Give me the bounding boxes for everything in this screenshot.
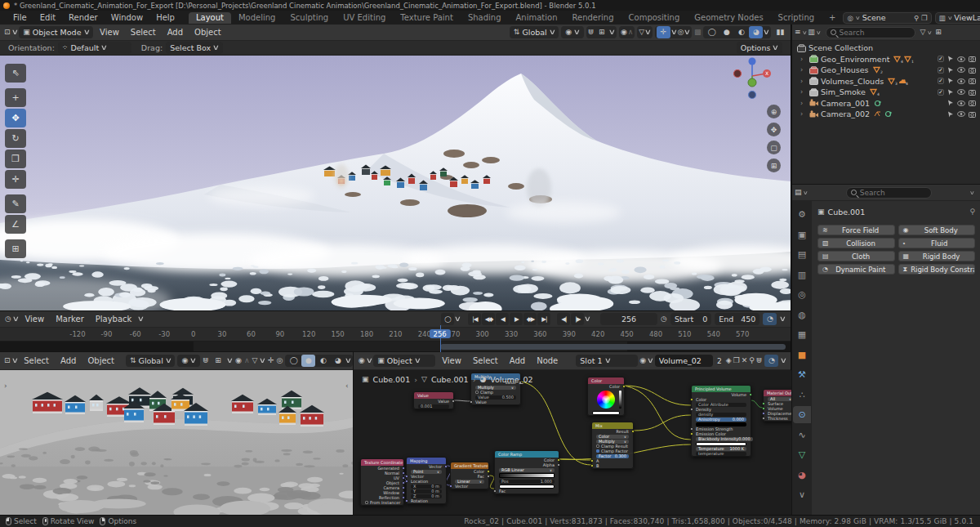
node-dropdown[interactable]: Linear∨ [455, 480, 484, 484]
shading-rendered-button[interactable]: ◕ [749, 26, 763, 38]
exclude-checkbox[interactable]: ✓ [938, 67, 944, 74]
color-swatch[interactable] [592, 411, 620, 415]
outliner-search[interactable] [826, 27, 915, 38]
prev-keyframe-button[interactable]: ◀◆ [482, 313, 495, 325]
material-users-count[interactable]: 2 [715, 357, 724, 365]
input-socket[interactable] [690, 408, 693, 411]
outliner-row-camera_002[interactable]: ›Camera_002 [792, 109, 980, 120]
node-material-output[interactable]: Material OutputAll∨SurfaceVolumeDisplace… [763, 389, 791, 422]
input-socket[interactable] [493, 489, 497, 493]
properties-tab-collection[interactable]: ▦ [793, 326, 811, 343]
output-socket[interactable] [402, 496, 405, 499]
node-texture-coordinate[interactable]: Texture CoordinateGeneratedNormalUVObjec… [360, 458, 404, 506]
input-socket[interactable] [690, 398, 693, 401]
output-socket[interactable] [402, 491, 405, 494]
snap-magnet-icon[interactable]: ⋓ [203, 357, 209, 364]
output-socket[interactable] [402, 476, 405, 480]
auto-keying-button[interactable]: ◯ [441, 313, 454, 325]
node-field[interactable]: temperature [696, 452, 746, 456]
selectable-icon[interactable] [947, 56, 954, 62]
input-socket[interactable] [762, 407, 765, 410]
node-principled-volume[interactable]: Principled VolumeVolumeColorColor Attrib… [691, 385, 751, 457]
shader-menu-node[interactable]: Node [532, 356, 563, 365]
axis-z-negative[interactable] [749, 92, 756, 99]
ramp-row[interactable] [495, 472, 559, 479]
shader-menu-select[interactable]: Select [468, 356, 503, 365]
properties-tab-modifiers[interactable]: ⚒ [793, 366, 811, 383]
node-header[interactable]: Mapping [407, 458, 446, 464]
input-socket[interactable] [690, 427, 693, 431]
proportional-edit-icon[interactable]: ◉ [235, 357, 242, 364]
disable-render-icon[interactable] [969, 56, 976, 62]
node-field[interactable]: 0.001 [418, 404, 449, 409]
tab-scripting[interactable]: Scripting [771, 12, 822, 24]
disable-render-icon[interactable] [969, 67, 976, 74]
node-field[interactable]: Pos1.000 [499, 480, 555, 484]
snap-magnet-icon[interactable]: ⋓ [756, 357, 763, 364]
node-field[interactable]: Color Attribute [696, 403, 746, 407]
properties-tab-world[interactable]: ◍ [793, 306, 811, 324]
hide-viewport-icon[interactable] [957, 56, 965, 62]
add-primitive-tool[interactable]: ⊞ [5, 239, 26, 258]
scene-selector[interactable]: ◎ ∨ Scene ⚲ ❐ [843, 12, 931, 24]
pro portional-edit-icon[interactable]: ◉ [621, 29, 627, 36]
hide-viewport-icon[interactable] [957, 100, 965, 106]
tab-compositing[interactable]: Compositing [621, 12, 688, 24]
measure-tool[interactable]: ∠ [5, 215, 26, 234]
node-header[interactable]: Color Ramp [495, 451, 559, 458]
properties-tab-more[interactable]: ∨ [793, 486, 811, 503]
node-dropdown[interactable]: Color∨ [596, 435, 629, 439]
tab-geometry-nodes[interactable]: Geometry Nodes [687, 12, 770, 24]
perspective-button[interactable]: ⊞ [767, 159, 781, 172]
outliner-editor-icon[interactable]: ≡ [795, 29, 801, 36]
outliner-row-scene-collection[interactable]: Scene Collection [792, 42, 980, 54]
fake-user-icon[interactable]: ◈ [726, 357, 732, 364]
falloff-icon[interactable]: ∧ [628, 29, 634, 36]
material-slot-selector[interactable]: Slot 1∨ [576, 355, 638, 367]
timeline-menu-marker[interactable]: Marker [51, 315, 89, 324]
pin-icon[interactable]: ⚲ [914, 14, 919, 22]
viewport-editor-icon[interactable]: ⊡ [4, 29, 11, 36]
node-dropdown[interactable]: Multiply∨ [596, 440, 629, 444]
disable-render-icon[interactable] [969, 111, 976, 118]
unlink-material-icon[interactable]: ✕ [742, 357, 748, 364]
node-slider[interactable]: Blackbody Intensity0.000 [696, 437, 753, 441]
rotate-tool[interactable]: ↻ [5, 129, 26, 148]
viewport-menu-add[interactable]: Add [163, 28, 188, 37]
hide-viewport-icon[interactable] [957, 67, 965, 73]
shading-solid-button[interactable]: ● [719, 26, 733, 38]
axis-z-positive[interactable] [749, 58, 756, 65]
node-dropdown[interactable]: All∨ [768, 397, 791, 401]
selectable-icon[interactable] [947, 111, 954, 118]
viewport-editor-icon[interactable]: ⊡ [4, 357, 11, 364]
input-socket[interactable] [762, 412, 765, 415]
shading-material-preview-button[interactable]: ◐ [734, 26, 748, 38]
view-layer-selector[interactable]: ▥ ∨ ViewLayer ❐ [935, 12, 980, 24]
properties-tab-material[interactable]: ◕ [793, 467, 811, 484]
properties-tab-object[interactable]: ■ [793, 346, 811, 364]
annotate-tool[interactable]: ✎ [5, 194, 26, 213]
expand-icon[interactable]: › [800, 66, 807, 74]
gizmo-icon[interactable]: ✛ [268, 357, 274, 364]
outliner-row-camera_001[interactable]: ›Camera_001 [792, 98, 980, 109]
node-checkbox[interactable] [596, 449, 599, 453]
axis-y-negative[interactable] [748, 78, 756, 87]
menu-file[interactable]: File [7, 12, 33, 23]
pan-button[interactable]: ✥ [767, 123, 781, 136]
input-socket[interactable] [449, 485, 452, 488]
output-socket[interactable] [402, 467, 405, 470]
material-icon[interactable]: ◉ [639, 357, 646, 364]
add-dynamic-paint-button[interactable]: ◔Dynamic Paint [817, 264, 895, 275]
outliner-row-geo_environment[interactable]: ›Geo_Environment41✓ [792, 54, 980, 65]
properties-search-input[interactable] [860, 189, 927, 197]
pause-render-button[interactable]: ▮▮ [773, 26, 787, 38]
frame-end-field[interactable]: End450 [715, 313, 760, 325]
node-header[interactable]: Color [588, 377, 624, 384]
properties-tab-scene[interactable]: ◎ [793, 286, 811, 303]
add-workspace-button[interactable]: + [822, 12, 843, 24]
shading-solid-button[interactable]: ● [301, 355, 315, 367]
outliner-row-volumes_clouds[interactable]: ›Volumes_Clouds34✓ [792, 76, 980, 87]
selectable-icon[interactable] [947, 100, 954, 106]
input-socket[interactable] [405, 499, 408, 502]
falloff-icon[interactable]: ∧ [244, 357, 250, 364]
